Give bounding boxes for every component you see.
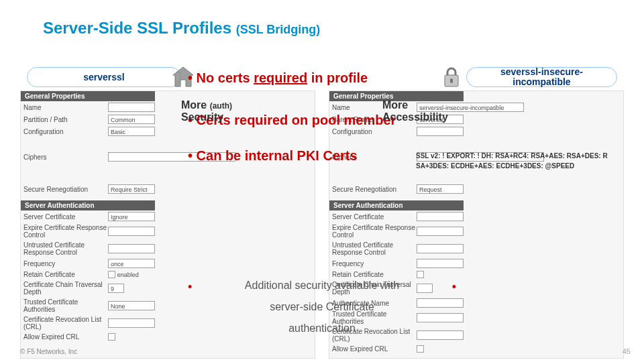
cipher-string: SSL v2: ! EXPORT: ! DH: RSA+RC4: RSA+AES… (416, 151, 610, 171)
footer-copyright: © F5 Networks, Inc (20, 348, 77, 355)
value-partition: Common (108, 115, 155, 124)
label-server-cert: Server Certificate (21, 213, 108, 221)
select-server-cert (417, 212, 464, 221)
select-crl (108, 318, 155, 328)
label-name: Name (21, 104, 108, 111)
label-untrusted-resp: Untrusted Certificate Response Control (329, 241, 417, 256)
checkbox-allow-expired (108, 333, 115, 341)
more-access-top: More (382, 99, 408, 111)
label-secure-reneg: Secure Renegotiation (329, 186, 417, 193)
select-expire-resp (417, 227, 464, 236)
checkbox-allow-expired (417, 345, 424, 353)
label-trusted-ca: Trusted Certificate Authorities (21, 298, 108, 313)
label-untrusted-resp: Untrusted Certificate Response Control (21, 241, 108, 256)
label-partition: Partition / Path (21, 116, 108, 123)
label-ciphers: Ciphers (21, 154, 108, 161)
more-accessibility-label: More Accessibility (382, 99, 448, 123)
select-frequency: once (108, 259, 155, 268)
select-frequency (417, 259, 464, 268)
select-secure-reneg: Request (417, 184, 464, 194)
label-secure-reneg: Secure Renegotiation (21, 186, 108, 193)
slide: General Properties Name Partition / Path… (0, 0, 644, 362)
more-access-bottom: Accessibility (382, 111, 448, 123)
center-callout: Additional security available with serve… (201, 275, 443, 339)
label-expire-resp: Expire Certificate Response Control (21, 224, 108, 239)
more-security-bottom: Security (181, 111, 223, 123)
more-security-auth: (auth) (210, 101, 232, 111)
more-security-top: More (181, 99, 207, 111)
label-frequency: Frequency (329, 260, 417, 267)
label-chain-depth: Certificate Chain Traversal Depth (21, 281, 108, 296)
label-server-cert: Server Certificate (329, 213, 417, 221)
section-header: Server Authentication (329, 200, 464, 210)
label-allow-expired: Allow Expired CRL (21, 333, 108, 341)
section-header: General Properties (21, 91, 155, 101)
select-server-cert: Ignore (108, 212, 155, 221)
more-security-label: More (auth) Security (181, 99, 232, 123)
label-crl: Certificate Revocation List (CRL) (21, 316, 108, 330)
label-allow-expired: Allow Expired CRL (329, 345, 417, 353)
bullet-1-u: required (254, 70, 307, 85)
label-config: Configuration (21, 128, 108, 135)
center-line-3: authentication (201, 318, 443, 339)
label-retain-cert: Retain Certificate (21, 271, 108, 278)
select-config: Basic (108, 127, 155, 136)
value-retain-cert: enabled (117, 272, 139, 278)
label-expire-resp: Expire Certificate Response Control (329, 224, 417, 239)
select-secure-reneg: Require Strict (108, 184, 155, 194)
center-line-2: server-side Certificate (201, 296, 443, 318)
serverssl-insecure-pill: severssl-insecure-incompatible (466, 67, 617, 87)
slide-number: 45 (623, 347, 631, 355)
input-name (108, 103, 155, 112)
input-chain-depth: 9 (108, 284, 124, 293)
bullet-1-pre: • No certs (188, 70, 254, 85)
select-untrusted-resp (108, 244, 155, 253)
select-trusted-ca: None (108, 301, 155, 310)
title-sub: (SSL Bridging) (236, 23, 321, 36)
checkbox-retain-cert (108, 271, 115, 278)
title-main: Server-Side SSL Profiles (43, 19, 236, 37)
section-header: Server Authentication (21, 200, 155, 210)
select-expire-resp (108, 227, 155, 236)
serverssl-pill: serverssl (27, 67, 181, 87)
center-line-1: Additional security available with (201, 275, 443, 296)
slide-title: Server-Side SSL Profiles (SSL Bridging) (43, 19, 320, 38)
bullet-1-post: in profile (307, 70, 368, 85)
select-untrusted-resp (417, 244, 464, 253)
label-frequency: Frequency (21, 260, 108, 267)
bullet-1: • No certs required in profile (188, 70, 483, 86)
